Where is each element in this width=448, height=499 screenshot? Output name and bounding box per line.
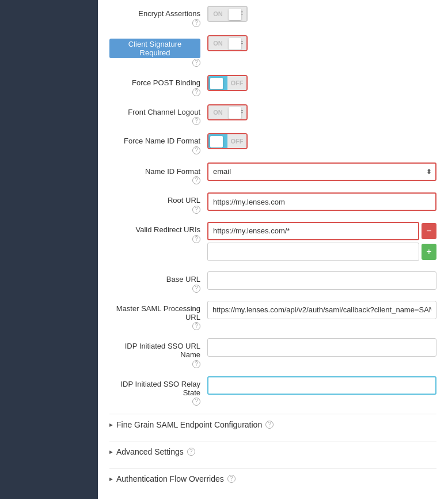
advanced-settings-section-header[interactable]: ▸ Advanced Settings ?	[109, 441, 436, 462]
force-post-binding-control: ON OFF	[207, 75, 436, 91]
force-name-id-format-row: Force Name ID Format ? ON OFF	[109, 133, 436, 154]
auth-flow-section-header[interactable]: ▸ Authentication Flow Overrides ?	[109, 468, 436, 489]
force-name-id-format-toggle[interactable]: ON OFF	[207, 133, 248, 149]
client-signature-control: ON OFF	[207, 35, 436, 51]
fine-grain-section-label: Fine Grain SAML Endpoint Configuration	[116, 420, 262, 429]
idp-sso-relay-state-help-icon[interactable]: ?	[192, 398, 200, 406]
front-channel-logout-on-label: ON	[208, 105, 227, 119]
root-url-row: Root URL ?	[109, 192, 436, 214]
force-post-binding-toggle[interactable]: ON OFF	[207, 75, 248, 91]
force-post-binding-row: Force POST Binding ? ON OFF	[109, 75, 436, 96]
valid-redirect-uris-row: Valid Redirect URIs ? − +	[109, 222, 436, 263]
master-saml-processing-url-control	[207, 301, 436, 319]
force-post-binding-help-icon[interactable]: ?	[192, 88, 200, 96]
base-url-help-icon[interactable]: ?	[192, 285, 200, 293]
front-channel-logout-label: Front Channel Logout ?	[109, 104, 207, 126]
force-name-id-format-help-icon[interactable]: ?	[192, 146, 200, 154]
valid-redirect-uris-control: − +	[207, 222, 436, 263]
root-url-control	[207, 192, 436, 211]
fine-grain-section-header[interactable]: ▸ Fine Grain SAML Endpoint Configuration…	[109, 414, 436, 435]
auth-flow-help-icon[interactable]: ?	[227, 475, 236, 483]
main-content: Encrypt Assertions ? ON OFF Client Signa…	[98, 0, 448, 499]
advanced-settings-help-icon[interactable]: ?	[187, 448, 195, 456]
base-url-input[interactable]	[207, 271, 436, 290]
name-id-format-select-wrapper: email persistent transient unspecified ⬍	[207, 162, 436, 181]
encrypt-assertions-toggle[interactable]: ON OFF	[207, 6, 248, 22]
fine-grain-help-icon[interactable]: ?	[265, 421, 274, 429]
force-name-id-format-off-label: OFF	[227, 134, 246, 148]
redirect-uri-add-button[interactable]: +	[422, 244, 436, 260]
redirect-uri-row-0: −	[207, 222, 436, 240]
master-saml-processing-url-row: Master SAML Processing URL ?	[109, 301, 436, 331]
name-id-format-help-icon[interactable]: ?	[192, 176, 200, 184]
idp-sso-relay-state-control	[207, 376, 436, 395]
encrypt-assertions-row: Encrypt Assertions ? ON OFF	[109, 6, 436, 27]
idp-sso-url-name-help-icon[interactable]: ?	[192, 360, 200, 368]
redirect-uri-row-1: +	[207, 243, 436, 261]
client-signature-label-text: Client Signature Required	[109, 39, 200, 58]
redirect-uri-input-0[interactable]	[207, 222, 419, 240]
encrypt-assertions-help-icon[interactable]: ?	[192, 19, 200, 27]
encrypt-assertions-label: Encrypt Assertions ?	[109, 6, 207, 27]
force-post-binding-off-label: OFF	[227, 76, 246, 90]
name-id-format-select[interactable]: email persistent transient unspecified	[207, 162, 436, 181]
front-channel-logout-row: Front Channel Logout ? ON OFF	[109, 104, 436, 126]
redirect-uri-input-1[interactable]	[207, 243, 419, 261]
encrypt-assertions-on-label: ON	[208, 7, 227, 21]
idp-sso-url-name-control	[207, 338, 436, 357]
valid-redirect-uris-label: Valid Redirect URIs ?	[109, 222, 207, 243]
base-url-row: Base URL ?	[109, 271, 436, 293]
valid-redirect-uris-help-icon[interactable]: ?	[192, 235, 200, 243]
force-name-id-format-control: ON OFF	[207, 133, 436, 149]
client-signature-help-icon[interactable]: ?	[192, 59, 200, 67]
master-saml-processing-url-input[interactable]	[207, 301, 436, 319]
idp-sso-relay-state-label: IDP Initiated SSO Relay State ?	[109, 376, 207, 406]
force-name-id-format-label: Force Name ID Format ?	[109, 133, 207, 154]
name-id-format-row: Name ID Format ? email persistent transi…	[109, 162, 436, 185]
client-signature-row: Client Signature Required ? ON OFF	[109, 35, 436, 67]
force-post-binding-knob	[210, 78, 223, 89]
base-url-label: Base URL ?	[109, 271, 207, 293]
advanced-settings-section-label: Advanced Settings	[116, 447, 184, 456]
root-url-help-icon[interactable]: ?	[192, 206, 200, 214]
encrypt-assertions-control: ON OFF	[207, 6, 436, 22]
idp-sso-relay-state-input[interactable]	[207, 376, 436, 395]
master-saml-processing-url-label: Master SAML Processing URL ?	[109, 301, 207, 331]
name-id-format-label: Name ID Format ?	[109, 162, 207, 185]
root-url-input[interactable]	[207, 192, 436, 211]
idp-sso-url-name-input[interactable]	[207, 338, 436, 357]
idp-sso-url-name-row: IDP Initiated SSO URL Name ?	[109, 338, 436, 368]
front-channel-logout-help-icon[interactable]: ?	[192, 117, 200, 125]
client-signature-knob	[229, 38, 241, 50]
fine-grain-chevron-icon: ▸	[109, 421, 113, 429]
name-id-format-control: email persistent transient unspecified ⬍	[207, 162, 436, 181]
front-channel-logout-control: ON OFF	[207, 104, 436, 120]
master-saml-processing-url-help-icon[interactable]: ?	[192, 322, 200, 330]
client-signature-on-label: ON	[208, 36, 227, 50]
auth-flow-section-label: Authentication Flow Overrides	[116, 474, 224, 483]
idp-sso-relay-state-row: IDP Initiated SSO Relay State ?	[109, 376, 436, 406]
front-channel-logout-knob	[229, 107, 241, 119]
idp-sso-url-name-label: IDP Initiated SSO URL Name ?	[109, 338, 207, 368]
redirect-uri-remove-button-0[interactable]: −	[422, 223, 436, 239]
sidebar	[0, 0, 98, 499]
encrypt-assertions-knob	[229, 9, 241, 20]
client-signature-label: Client Signature Required ?	[109, 35, 207, 67]
client-signature-toggle[interactable]: ON OFF	[207, 35, 248, 51]
auth-flow-chevron-icon: ▸	[109, 475, 113, 483]
advanced-settings-chevron-icon: ▸	[109, 448, 113, 456]
front-channel-logout-toggle[interactable]: ON OFF	[207, 104, 248, 120]
base-url-control	[207, 271, 436, 290]
force-post-binding-label: Force POST Binding ?	[109, 75, 207, 96]
force-name-id-format-knob	[210, 136, 223, 148]
root-url-label: Root URL ?	[109, 192, 207, 214]
